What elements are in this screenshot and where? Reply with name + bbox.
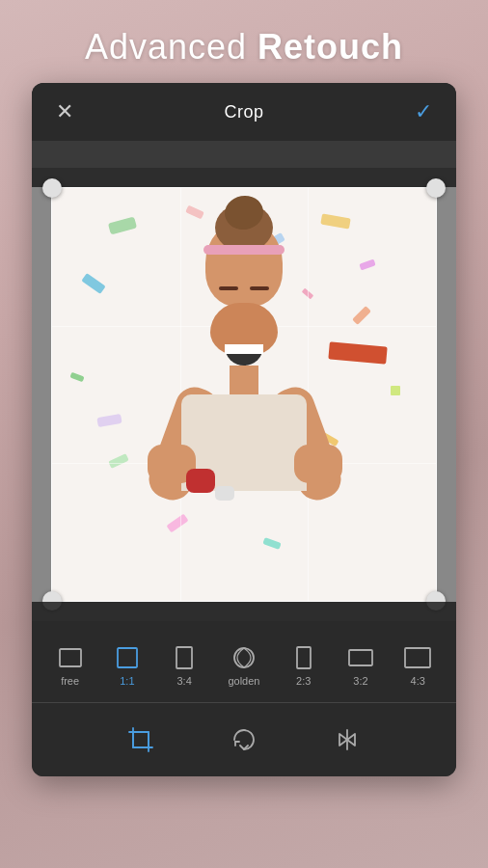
portrait-2-3-icon	[290, 644, 317, 671]
aspect-btn-1-1[interactable]: 1:1	[108, 640, 147, 691]
svg-rect-7	[133, 732, 149, 747]
aspect-label-4-3: 4:3	[411, 675, 425, 687]
aspect-btn-4-3[interactable]: 4:3	[398, 640, 437, 691]
toolbar-top: ✕ Crop ✓	[32, 83, 456, 141]
corner-handle-tl[interactable]	[42, 178, 62, 198]
aspect-label-free: free	[61, 675, 79, 687]
aspect-label-3-2: 3:2	[353, 675, 367, 687]
flip-tool-button[interactable]	[326, 719, 368, 761]
landscape-4-3-icon	[404, 644, 431, 671]
confirm-button[interactable]: ✓	[408, 96, 439, 127]
aspect-label-golden: golden	[228, 675, 259, 687]
svg-rect-1	[118, 648, 137, 667]
rotate-tool-button[interactable]	[223, 719, 265, 761]
main-card: ✕ Crop ✓	[32, 83, 456, 776]
svg-rect-5	[349, 650, 372, 665]
golden-icon	[230, 644, 258, 671]
bottom-controls: free 1:1 3:4	[32, 621, 456, 776]
close-button[interactable]: ✕	[49, 96, 80, 127]
corner-handle-tr[interactable]	[426, 178, 446, 198]
landscape-3-2-icon	[347, 644, 374, 671]
aspect-btn-2-3[interactable]: 2:3	[285, 640, 323, 691]
aspect-ratio-row: free 1:1 3:4	[32, 633, 456, 694]
aspect-label-2-3: 2:3	[296, 675, 311, 687]
tool-buttons-row	[32, 711, 456, 769]
crop-tool-button[interactable]	[120, 719, 162, 761]
aspect-btn-3-2[interactable]: 3:2	[341, 640, 380, 691]
svg-rect-6	[405, 648, 430, 667]
portrait-icon	[171, 644, 198, 671]
crop-area[interactable]	[32, 168, 456, 621]
aspect-label-3-4: 3:4	[177, 675, 192, 687]
aspect-btn-free[interactable]: free	[51, 640, 90, 691]
square-icon	[114, 644, 141, 671]
app-title: Advanced Retouch	[0, 0, 488, 83]
aspect-label-1-1: 1:1	[120, 675, 134, 687]
divider	[32, 702, 456, 703]
svg-rect-0	[60, 649, 81, 666]
svg-rect-4	[297, 647, 311, 668]
aspect-strip	[32, 141, 456, 168]
dark-strip-top	[32, 168, 456, 187]
free-icon	[57, 644, 84, 671]
title-text: Advanced Retouch	[19, 27, 469, 68]
svg-rect-2	[176, 647, 192, 668]
toolbar-title: Crop	[224, 102, 263, 122]
dark-strip-bottom	[32, 602, 456, 621]
aspect-btn-golden[interactable]: golden	[222, 640, 265, 691]
aspect-btn-3-4[interactable]: 3:4	[165, 640, 203, 691]
